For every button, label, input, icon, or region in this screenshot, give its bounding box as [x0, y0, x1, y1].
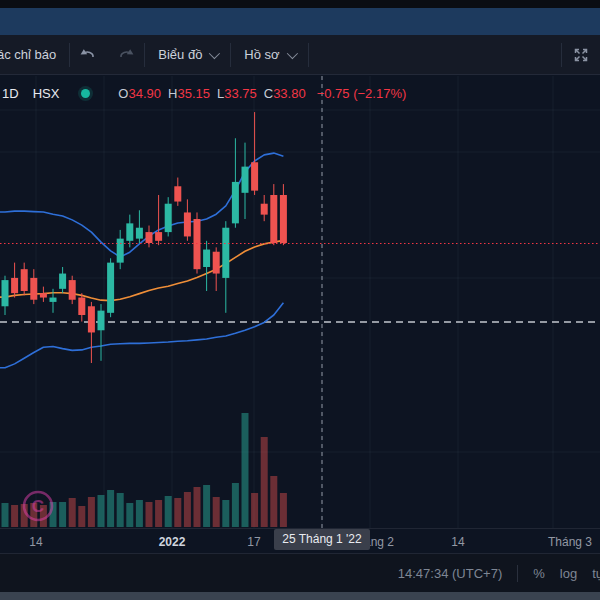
volume-bar — [232, 483, 239, 527]
candle-body — [184, 212, 191, 236]
volume-bar — [165, 496, 172, 527]
chart-menu-label: Biểu đồ — [158, 47, 202, 62]
candle-body — [194, 219, 201, 269]
candle-body — [155, 232, 162, 241]
candle-body — [69, 280, 76, 300]
grid-lines — [0, 76, 600, 528]
bollinger-upper-band[interactable] — [0, 153, 283, 257]
high-readout: H35.15 — [168, 86, 210, 101]
candle-body — [136, 228, 143, 239]
indicators-button[interactable]: ác chỉ báo — [0, 35, 69, 74]
volume-bars — [2, 413, 287, 527]
statusbar-separator — [517, 565, 518, 582]
volume-bar — [270, 476, 277, 527]
chevron-down-icon — [209, 47, 220, 58]
time-axis-tick: 2022 — [159, 535, 186, 549]
watermark-logo: C — [24, 492, 52, 520]
bollinger-lower-band[interactable] — [0, 303, 283, 368]
volume-bar — [136, 500, 143, 527]
volume-bar — [222, 500, 229, 527]
auto-scale-toggle[interactable]: tự động — [592, 566, 600, 581]
exchange-label: HSX — [33, 86, 60, 101]
symbol-legend-row[interactable]: 1D HSX O34.90 H35.15 L33.75 C33.80 −0.75… — [2, 84, 406, 102]
candle-body — [2, 280, 9, 306]
candle-body — [270, 195, 277, 243]
candle-body — [88, 306, 95, 332]
volume-bar — [11, 505, 18, 527]
candle-body — [222, 228, 229, 278]
time-axis-tick: 17 — [247, 535, 260, 549]
chevron-down-icon — [286, 47, 297, 58]
volume-bar — [146, 502, 153, 527]
time-axis-tick: 14 — [451, 535, 464, 549]
candle-body — [98, 311, 105, 331]
candle-body — [232, 182, 239, 223]
candle-body — [174, 186, 181, 201]
volume-bar — [126, 503, 133, 527]
market-open-dot-icon — [81, 89, 90, 98]
volume-bar — [184, 492, 191, 527]
candle-body — [146, 232, 153, 243]
time-axis-tick: 14 — [29, 535, 42, 549]
candle-body — [126, 223, 133, 240]
profile-menu-label: Hồ sơ — [244, 47, 279, 62]
candle-body — [203, 250, 210, 267]
svg-text:C: C — [32, 497, 44, 516]
volume-bar — [59, 502, 66, 527]
chart-menu-button[interactable]: Biểu đồ — [145, 35, 230, 74]
volume-bar — [78, 506, 85, 527]
volume-bar — [203, 485, 210, 527]
volume-bar — [98, 495, 105, 527]
volume-bar — [174, 498, 181, 527]
candle-body — [59, 274, 66, 289]
open-readout: O34.90 — [118, 86, 161, 101]
site-header-bar — [0, 8, 600, 35]
fullscreen-arrows-icon — [572, 46, 590, 64]
volume-bar — [242, 413, 249, 527]
low-readout: L33.75 — [217, 86, 257, 101]
percent-scale-toggle[interactable]: % — [533, 566, 545, 581]
candle-body — [11, 278, 18, 293]
candles-group — [2, 112, 287, 363]
fullscreen-button[interactable] — [562, 35, 600, 74]
undo-icon — [80, 48, 97, 61]
volume-bar — [2, 503, 9, 527]
time-axis-tick: Tháng 3 — [548, 535, 592, 549]
candle-body — [242, 167, 249, 193]
candle-body — [30, 278, 37, 300]
redo-icon — [117, 48, 134, 61]
volume-bar — [261, 437, 268, 527]
candle-body — [251, 162, 258, 190]
candle-body — [40, 293, 47, 297]
clock-utc-label[interactable]: 14:47:34 (UTC+7) — [398, 566, 502, 581]
candle-body — [261, 204, 268, 215]
candle-body — [213, 252, 220, 274]
candle-body — [117, 239, 124, 263]
candle-body — [78, 298, 85, 315]
candle-body — [107, 263, 114, 313]
chart-status-bar: 14:47:34 (UTC+7) % log tự động — [0, 553, 600, 592]
close-readout: C33.80 — [264, 86, 306, 101]
log-scale-toggle[interactable]: log — [560, 566, 577, 581]
page-bottom-strip — [0, 592, 600, 600]
volume-bar — [107, 490, 114, 527]
interval-label: 1D — [2, 86, 19, 101]
volume-bar — [69, 498, 76, 527]
page-top-strip — [0, 0, 600, 8]
volume-bar — [280, 493, 287, 527]
chart-toolbar: ác chỉ báo Biểu đồ Hồ sơ — [0, 35, 600, 75]
candle-body — [50, 298, 57, 302]
bollinger-middle-band[interactable] — [0, 240, 283, 300]
candle-body — [21, 269, 28, 291]
redo-button[interactable] — [107, 35, 144, 74]
crosshair-date-tooltip: 25 Tháng 1 '22 — [274, 529, 370, 550]
change-readout: −0.75 (−2.17%) — [317, 86, 407, 101]
volume-bar — [88, 497, 95, 527]
candle-body — [280, 195, 287, 243]
volume-bar — [155, 500, 162, 527]
undo-button[interactable] — [70, 35, 107, 74]
profile-menu-button[interactable]: Hồ sơ — [231, 35, 307, 74]
toolbar-separator — [308, 43, 309, 67]
volume-bar — [117, 493, 124, 527]
volume-bar — [251, 493, 258, 527]
